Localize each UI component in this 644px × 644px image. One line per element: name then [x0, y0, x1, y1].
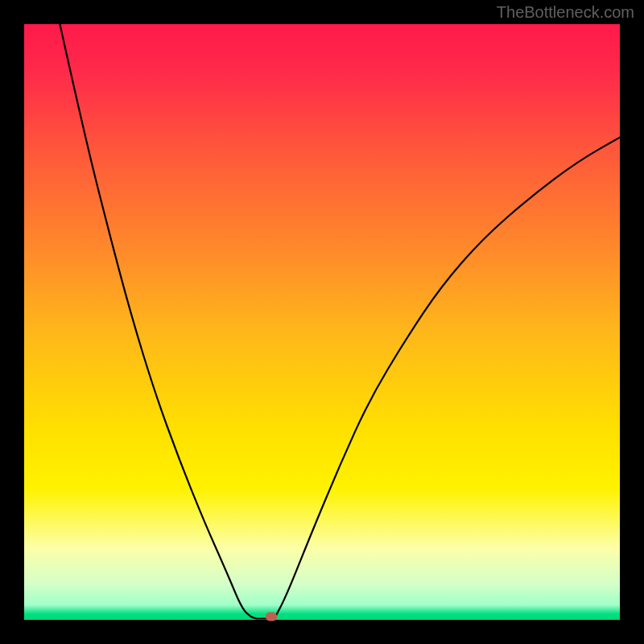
chart-curve-svg [24, 24, 620, 620]
watermark-text: TheBottleneck.com [497, 3, 634, 22]
bottleneck-curve [60, 24, 620, 619]
optimum-marker [266, 613, 277, 621]
chart-plot-area [24, 24, 620, 620]
